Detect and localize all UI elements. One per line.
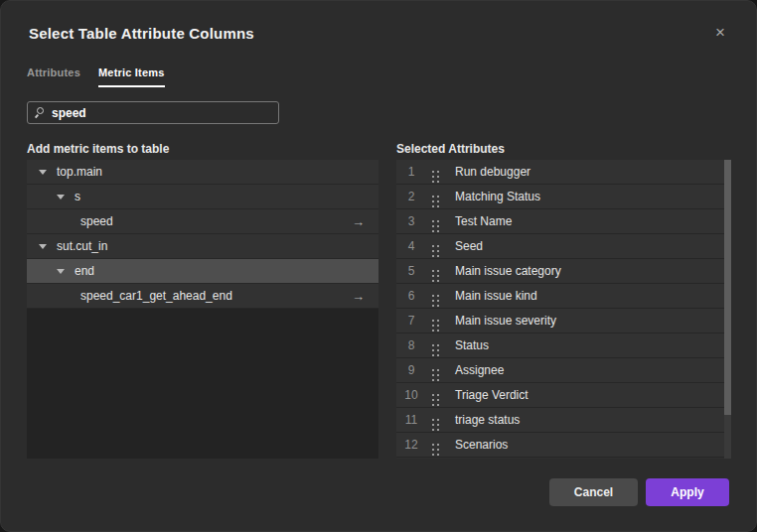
attribute-label: triage status xyxy=(455,413,520,427)
drag-handle-icon[interactable] xyxy=(432,414,440,427)
tree-node-label: sut.cut_in xyxy=(57,239,107,253)
attribute-label: Triage Verdict xyxy=(455,388,529,402)
selected-attribute-row[interactable]: 12 Scenarios xyxy=(396,433,731,458)
attribute-label: Status xyxy=(455,338,489,352)
drag-handle-icon[interactable] xyxy=(432,439,440,452)
attribute-label: Main issue severity xyxy=(455,314,556,328)
drag-handle-icon[interactable] xyxy=(432,389,440,402)
apply-button[interactable]: Apply xyxy=(646,478,729,506)
selected-attribute-row[interactable]: 1 Run debugger xyxy=(396,160,731,185)
drag-handle-icon[interactable] xyxy=(432,364,440,377)
tab-metric-items[interactable]: Metric Items xyxy=(98,66,165,87)
search-icon xyxy=(35,107,46,118)
metric-tree-panel: top.main s speed → sut.cut_in end speed_… xyxy=(27,160,378,459)
row-number: 6 xyxy=(401,289,421,303)
chevron-down-icon[interactable] xyxy=(39,170,47,175)
row-number: 8 xyxy=(401,338,421,352)
row-number: 3 xyxy=(401,214,421,228)
tree-node-top-main[interactable]: top.main xyxy=(27,160,378,185)
tree-node-s[interactable]: s xyxy=(27,185,378,209)
drag-handle-icon[interactable] xyxy=(432,265,440,278)
attribute-label: Test Name xyxy=(455,214,512,228)
chevron-down-icon[interactable] xyxy=(39,244,47,249)
attribute-label: Main issue kind xyxy=(455,289,537,303)
selected-attributes-heading: Selected Attributes xyxy=(396,142,505,156)
drag-handle-icon[interactable] xyxy=(432,339,440,352)
selected-attribute-row[interactable]: 4 Seed xyxy=(396,234,731,259)
attribute-label: Main issue category xyxy=(455,264,561,278)
attribute-label: Matching Status xyxy=(455,190,540,203)
drag-handle-icon[interactable] xyxy=(432,315,440,328)
close-icon[interactable]: × xyxy=(710,23,730,43)
tab-attributes[interactable]: Attributes xyxy=(27,66,80,87)
selected-attribute-row[interactable]: 6 Main issue kind xyxy=(396,284,731,309)
screen: Select Table Attribute Columns × Attribu… xyxy=(0,0,757,532)
add-metric-arrow-icon[interactable]: → xyxy=(352,289,365,304)
chevron-down-icon[interactable] xyxy=(57,269,65,274)
selected-attribute-row[interactable]: 11 triage status xyxy=(396,408,731,433)
scrollbar-thumb[interactable] xyxy=(724,160,731,415)
selected-attribute-row[interactable]: 3 Test Name xyxy=(396,209,731,234)
dialog-footer: Cancel Apply xyxy=(549,478,729,506)
chevron-down-icon[interactable] xyxy=(57,195,65,200)
drag-handle-icon[interactable] xyxy=(432,191,440,203)
tree-leaf-speed[interactable]: speed → xyxy=(27,209,378,234)
attribute-label: Seed xyxy=(455,239,483,253)
search-box[interactable] xyxy=(27,101,279,124)
selected-attribute-row[interactable]: 10 Triage Verdict xyxy=(396,383,731,408)
selected-attributes-panel: 1 Run debugger 2 Matching Status 3 Test … xyxy=(396,160,731,459)
row-number: 1 xyxy=(401,165,421,179)
selected-attribute-row[interactable]: 5 Main issue category xyxy=(396,259,731,284)
tree-leaf-label: speed xyxy=(80,214,113,228)
selected-attribute-row[interactable]: 7 Main issue severity xyxy=(396,309,731,333)
attribute-label: Run debugger xyxy=(455,165,530,179)
row-number: 2 xyxy=(401,190,421,203)
row-number: 12 xyxy=(401,438,421,452)
tree-node-label: s xyxy=(75,190,80,203)
drag-handle-icon[interactable] xyxy=(432,290,440,303)
row-number: 9 xyxy=(401,363,421,377)
tree-node-sut-cut-in[interactable]: sut.cut_in xyxy=(27,234,378,259)
scrollbar-track[interactable] xyxy=(724,160,731,459)
selected-attribute-row[interactable]: 9 Assignee xyxy=(396,358,731,383)
select-columns-dialog: Select Table Attribute Columns × Attribu… xyxy=(0,0,757,532)
row-number: 10 xyxy=(401,388,421,402)
tab-bar: Attributes Metric Items xyxy=(27,66,165,87)
tree-leaf-speed-car1-get-ahead-end[interactable]: speed_car1_get_ahead_end → xyxy=(27,284,378,309)
drag-handle-icon[interactable] xyxy=(432,166,440,179)
tree-node-label: end xyxy=(75,264,94,278)
metric-tree-heading: Add metric items to table xyxy=(27,142,169,156)
cancel-button[interactable]: Cancel xyxy=(549,478,638,506)
drag-handle-icon[interactable] xyxy=(432,215,440,228)
tree-node-label: top.main xyxy=(57,165,102,179)
tree-node-end[interactable]: end xyxy=(27,259,378,284)
row-number: 7 xyxy=(401,314,421,328)
row-number: 5 xyxy=(401,264,421,278)
attribute-label: Scenarios xyxy=(455,438,508,452)
row-number: 4 xyxy=(401,239,421,253)
tree-leaf-label: speed_car1_get_ahead_end xyxy=(80,289,232,303)
drag-handle-icon[interactable] xyxy=(432,240,440,253)
add-metric-arrow-icon[interactable]: → xyxy=(352,214,365,229)
dialog-title: Select Table Attribute Columns xyxy=(29,25,254,42)
selected-attribute-row[interactable]: 2 Matching Status xyxy=(396,185,731,209)
search-input[interactable] xyxy=(52,106,271,120)
attribute-label: Assignee xyxy=(455,363,504,377)
selected-attribute-row[interactable]: 8 Status xyxy=(396,333,731,358)
row-number: 11 xyxy=(401,413,421,427)
